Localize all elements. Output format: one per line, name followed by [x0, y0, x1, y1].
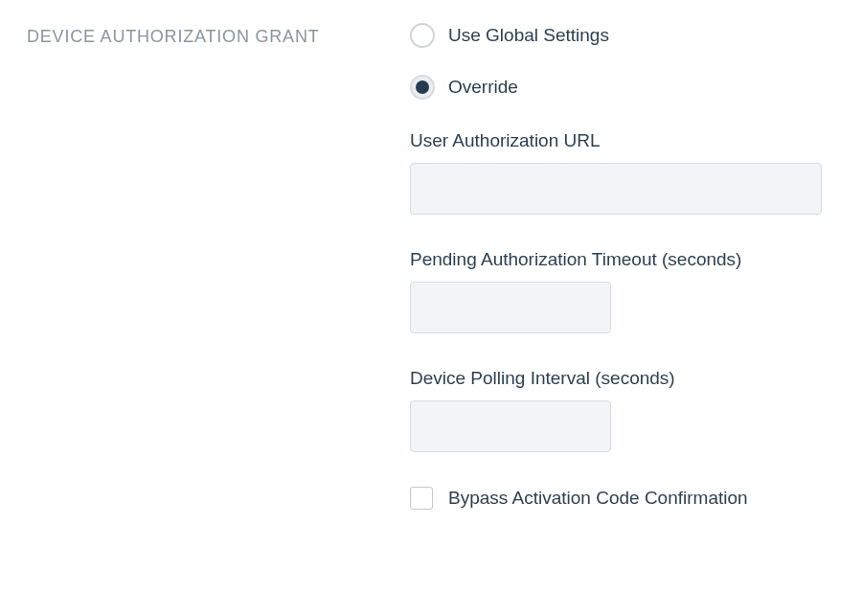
checkbox-icon: [410, 487, 433, 510]
field-user-authorization-url: User Authorization URL: [410, 130, 835, 215]
pending-authorization-timeout-input[interactable]: [410, 282, 611, 333]
radio-group-mode: Use Global Settings Override: [410, 23, 835, 100]
device-polling-interval-input[interactable]: [410, 400, 611, 452]
field-label: Device Polling Interval (seconds): [410, 368, 835, 389]
field-label: User Authorization URL: [410, 130, 835, 151]
field-label: Pending Authorization Timeout (seconds): [410, 249, 835, 270]
radio-use-global-settings[interactable]: Use Global Settings: [410, 23, 835, 48]
field-device-polling-interval: Device Polling Interval (seconds): [410, 368, 835, 452]
checkbox-label: Bypass Activation Code Confirmation: [448, 488, 748, 509]
radio-label: Use Global Settings: [448, 25, 609, 46]
section-title: DEVICE AUTHORIZATION GRANT: [27, 27, 333, 47]
user-authorization-url-input[interactable]: [410, 163, 822, 215]
radio-override[interactable]: Override: [410, 75, 835, 100]
radio-label: Override: [448, 77, 518, 98]
radio-icon: [410, 23, 435, 48]
field-pending-authorization-timeout: Pending Authorization Timeout (seconds): [410, 249, 835, 333]
radio-icon: [410, 75, 435, 100]
checkbox-bypass-activation-code[interactable]: Bypass Activation Code Confirmation: [410, 487, 835, 510]
